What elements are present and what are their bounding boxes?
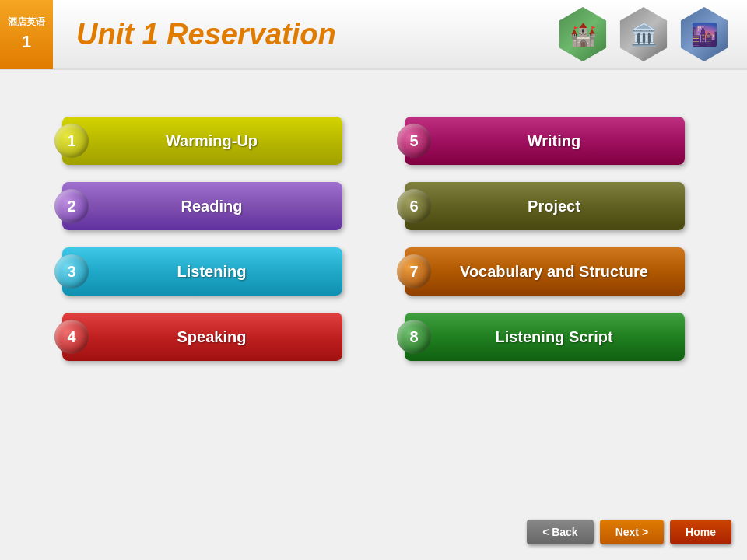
city-icon: 🌆 <box>691 22 718 47</box>
label-warmingup: Warming-Up <box>89 132 335 150</box>
ball-7: 7 <box>397 254 431 289</box>
title-area: Unit 1 Reservation <box>53 18 556 51</box>
ball-8: 8 <box>397 320 431 354</box>
header-image-2: 🏛️ <box>616 7 671 61</box>
next-button[interactable]: Next > <box>600 520 664 544</box>
ball-3: 3 <box>54 254 89 289</box>
label-speaking: Speaking <box>89 328 335 346</box>
home-button[interactable]: Home <box>670 520 731 544</box>
ball-6: 6 <box>397 189 431 223</box>
page-title: Unit 1 Reservation <box>76 18 336 51</box>
menu-item-listening[interactable]: 3 Listening <box>62 247 342 296</box>
header: 酒店英语 1 Unit 1 Reservation 🏰 🏛️ 🌆 <box>0 0 747 70</box>
back-button[interactable]: < Back <box>527 520 594 544</box>
sidebar-chinese: 酒店英语 <box>8 16 45 29</box>
menu-item-project[interactable]: 6 Project <box>405 182 685 230</box>
menu-item-vocabulary[interactable]: 7 Vocabulary and Structure <box>405 247 685 296</box>
label-writing: Writing <box>431 132 677 150</box>
menu-item-warmingup[interactable]: 1 Warming-Up <box>62 117 342 165</box>
menu-item-listening-script[interactable]: 8 Listening Script <box>405 313 685 361</box>
ball-4: 4 <box>54 320 89 354</box>
label-reading: Reading <box>89 198 335 215</box>
menu-item-speaking[interactable]: 4 Speaking <box>62 313 342 361</box>
building-icon: 🏛️ <box>630 22 658 47</box>
label-project: Project <box>431 198 677 215</box>
label-listening-script: Listening Script <box>431 328 677 346</box>
ball-2: 2 <box>54 189 89 223</box>
menu-item-reading[interactable]: 2 Reading <box>62 182 342 230</box>
castle-icon: 🏰 <box>570 22 597 47</box>
bottom-navigation: < Back Next > Home <box>527 520 731 544</box>
header-image-3: 🌆 <box>677 7 731 61</box>
label-listening: Listening <box>89 263 335 281</box>
ball-1: 1 <box>54 124 89 158</box>
header-image-1: 🏰 <box>556 7 610 61</box>
header-images: 🏰 🏛️ 🌆 <box>556 7 747 61</box>
ball-5: 5 <box>397 124 431 158</box>
label-vocabulary: Vocabulary and Structure <box>431 263 677 281</box>
main-menu: 1 Warming-Up 5 Writing 2 Reading 6 Proje… <box>0 70 747 423</box>
menu-item-writing[interactable]: 5 Writing <box>405 117 685 165</box>
sidebar-number: 1 <box>22 32 31 52</box>
sidebar-tab: 酒店英语 1 <box>0 0 53 69</box>
